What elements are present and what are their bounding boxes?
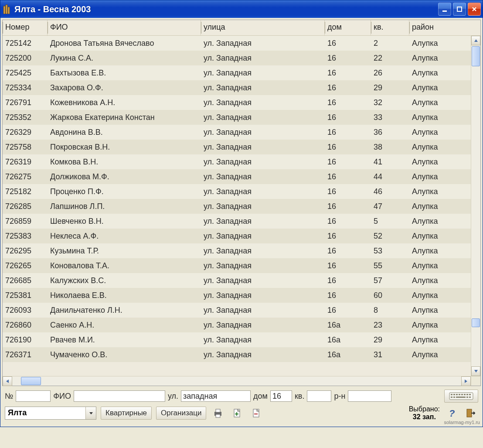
svg-rect-21 <box>216 414 220 417</box>
col-header-district[interactable]: район <box>409 20 480 35</box>
cell-fio: Покровская В.Н. <box>48 143 201 152</box>
cell-street: ул. Западная <box>201 202 325 211</box>
onscreen-keyboard-button[interactable] <box>444 390 478 403</box>
scroll-down-button[interactable] <box>471 366 480 376</box>
exit-button[interactable] <box>463 407 478 420</box>
cell-apt: 29 <box>371 83 409 92</box>
col-header-street[interactable]: улица <box>201 20 325 35</box>
table-row[interactable]: 725381Николаева Е.В.ул. Западная1660Алуп… <box>3 288 471 303</box>
col-header-fio[interactable]: ФИО <box>48 20 201 35</box>
scroll-marker[interactable] <box>472 318 480 327</box>
cell-apt: 53 <box>371 246 409 256</box>
table-row[interactable]: 726791Кожевникова А.Н.ул. Западная1632Ал… <box>3 95 471 110</box>
table-row[interactable]: 726190Рвачев М.И.ул. Западная16а29Алупка <box>3 332 471 347</box>
scroll-up-button[interactable] <box>471 36 480 45</box>
maximize-button[interactable] <box>453 3 466 16</box>
residential-button[interactable]: Квартирные <box>101 407 152 420</box>
vertical-scrollbar[interactable] <box>471 36 480 376</box>
scroll-right-button[interactable] <box>461 376 471 386</box>
add-record-button[interactable] <box>230 407 245 420</box>
status-label: Выбрано: <box>409 405 440 413</box>
svg-rect-25 <box>467 409 472 417</box>
table-row[interactable]: 726859Шевченко В.Н.ул. Западная165Алупка <box>3 214 471 229</box>
col-header-house[interactable]: дом <box>325 20 371 35</box>
hscroll-track[interactable] <box>12 376 461 386</box>
col-header-apt[interactable]: кв. <box>371 20 409 35</box>
table-row[interactable]: 725383Неклеса А.Ф.ул. Западная1652Алупка <box>3 229 471 243</box>
svg-rect-2 <box>8 7 10 14</box>
print-button[interactable] <box>211 407 225 420</box>
city-dropdown[interactable]: Ялта <box>5 407 96 420</box>
cell-street: ул. Западная <box>201 321 325 330</box>
filter-label-fio: ФИО <box>53 392 71 401</box>
cell-fio: Неклеса А.Ф. <box>48 232 201 241</box>
filter-input-district[interactable] <box>348 390 391 402</box>
svg-rect-18 <box>469 397 471 398</box>
table-row[interactable]: 725142Дронова Татьяна Вячеславоул. Запад… <box>3 36 471 51</box>
table-row[interactable]: 726371Чумаченко О.В.ул. Западная16а31Алу… <box>3 347 471 362</box>
table-row[interactable]: 725200Лукина С.А.ул. Западная1622Алупка <box>3 51 471 65</box>
table-row[interactable]: 725425Бахтызова Е.В.ул. Западная1626Алуп… <box>3 65 471 80</box>
table-row[interactable]: 726319Комкова В.Н.ул. Западная1641Алупка <box>3 154 471 169</box>
cell-num: 725383 <box>3 232 48 241</box>
printer-icon <box>213 408 223 418</box>
table-row[interactable]: 726329Авдонина В.В.ул. Западная1636Алупк… <box>3 125 471 140</box>
scroll-left-button[interactable] <box>3 376 12 386</box>
cell-fio: Лапшинов Л.П. <box>48 202 201 211</box>
filter-input-number[interactable] <box>16 390 51 402</box>
cell-fio: Кузьмина Т.Р. <box>48 246 201 256</box>
svg-rect-17 <box>466 397 468 398</box>
svg-rect-3 <box>442 10 447 12</box>
horizontal-scrollbar[interactable] <box>3 376 480 386</box>
cell-fio: Комкова В.Н. <box>48 157 201 167</box>
svg-rect-15 <box>453 397 455 398</box>
minimize-button[interactable] <box>438 3 451 16</box>
cell-street: ул. Западная <box>201 335 325 345</box>
filter-input-house[interactable] <box>270 390 292 402</box>
filter-input-apt[interactable] <box>307 390 331 402</box>
table-row[interactable]: 726093Данильчатенко Л.Н.ул. Западная168А… <box>3 303 471 318</box>
delete-record-button[interactable] <box>249 407 264 420</box>
cell-district: Алупка <box>409 83 471 92</box>
table-row[interactable]: 725352Жаркова Екатерина Констанул. Запад… <box>3 110 471 125</box>
table-row[interactable]: 726685Калужских В.С.ул. Западная1657Алуп… <box>3 273 471 288</box>
close-button[interactable] <box>468 3 481 16</box>
help-button[interactable]: ? <box>444 407 459 420</box>
filter-input-street[interactable] <box>181 390 251 402</box>
hscroll-thumb[interactable] <box>21 377 41 385</box>
table-row[interactable]: 725758Покровская В.Н.ул. Западная1638Алу… <box>3 140 471 154</box>
filter-label-district: р-н <box>334 392 345 401</box>
col-header-number[interactable]: Номер <box>3 20 48 35</box>
organizations-button[interactable]: Организаци <box>156 407 206 420</box>
scroll-thumb[interactable] <box>472 46 480 66</box>
cell-street: ул. Западная <box>201 261 325 270</box>
cell-house: 16 <box>325 128 371 137</box>
cell-district: Алупка <box>409 54 471 63</box>
table-row[interactable]: 726295Кузьмина Т.Р.ул. Западная1653Алупк… <box>3 243 471 258</box>
data-grid: Номер ФИО улица дом кв. район 725142Дрон… <box>2 20 481 386</box>
cell-fio: Шевченко В.Н. <box>48 217 201 226</box>
selection-status: Выбрано: 32 зап. <box>409 405 440 421</box>
table-row[interactable]: 726285Лапшинов Л.П.ул. Западная1647Алупк… <box>3 199 471 214</box>
svg-rect-0 <box>3 6 5 14</box>
cell-fio: Бахтызова Е.В. <box>48 68 201 78</box>
cell-fio: Кожевникова А.Н. <box>48 98 201 107</box>
cell-house: 16 <box>325 143 371 152</box>
scroll-track[interactable] <box>471 45 480 366</box>
cell-apt: 8 <box>371 306 409 315</box>
table-row[interactable]: 726265Коновалова Т.А.ул. Западная1655Алу… <box>3 258 471 273</box>
table-row[interactable]: 725334Захарова О.Ф.ул. Западная1629Алупк… <box>3 80 471 95</box>
filter-input-fio[interactable] <box>74 390 165 402</box>
cell-fio: Саенко А.Н. <box>48 321 201 330</box>
table-row[interactable]: 726275Должикова М.Ф.ул. Западная1644Алуп… <box>3 169 471 184</box>
table-row[interactable]: 725182Проценко П.Ф.ул. Западная1646Алупк… <box>3 184 471 199</box>
scroll-corner <box>471 376 480 386</box>
cell-apt: 60 <box>371 291 409 300</box>
cell-district: Алупка <box>409 113 471 122</box>
cell-num: 726329 <box>3 128 48 137</box>
cell-house: 16 <box>325 98 371 107</box>
table-row[interactable]: 726860Саенко А.Н.ул. Западная16а23Алупка <box>3 318 471 332</box>
svg-rect-13 <box>469 394 471 395</box>
cell-street: ул. Западная <box>201 276 325 285</box>
cell-apt: 2 <box>371 39 409 48</box>
